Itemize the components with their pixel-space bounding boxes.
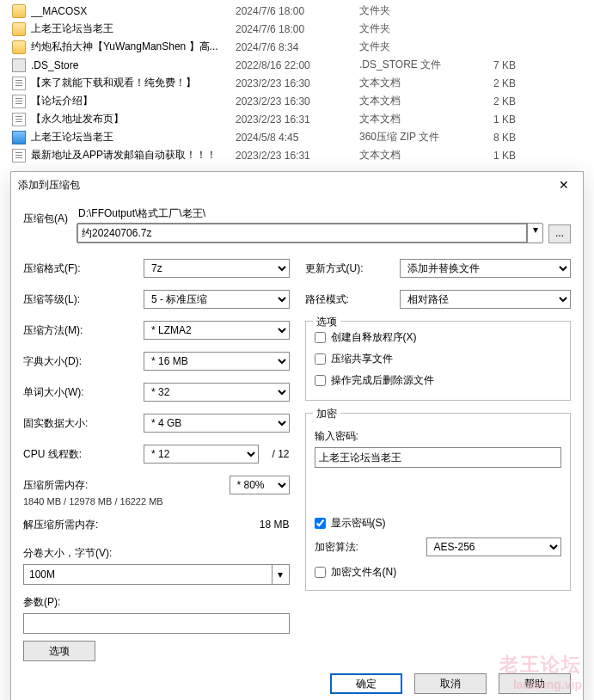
file-date: 2024/5/8 4:45 xyxy=(236,132,359,144)
file-date: 2022/8/16 22:00 xyxy=(236,59,359,71)
threads-max: / 12 xyxy=(262,448,290,460)
shared-checkbox[interactable]: 压缩共享文件 xyxy=(315,352,562,366)
dict-label: 字典大小(D): xyxy=(23,354,144,369)
method-label: 压缩方法(M): xyxy=(23,323,144,338)
file-name: 【论坛介绍】 xyxy=(31,94,236,108)
params-label: 参数(P): xyxy=(23,595,290,610)
help-button[interactable]: 帮助 xyxy=(499,673,571,694)
file-row[interactable]: .DS_Store2022/8/16 22:00.DS_STORE 文件7 KB xyxy=(0,56,594,74)
archive-dialog: 添加到压缩包 ✕ 压缩包(A) D:\FFOutput\格式工厂\老王\ ▾ .… xyxy=(10,171,584,700)
file-date: 2023/2/23 16:31 xyxy=(236,150,359,162)
threads-label: CPU 线程数: xyxy=(23,447,144,462)
file-name: 【永久地址发布页】 xyxy=(31,112,236,126)
close-icon[interactable]: ✕ xyxy=(545,173,583,197)
file-row[interactable]: __MACOSX2024/7/6 18:00文件夹 xyxy=(0,2,594,20)
txt-icon xyxy=(12,77,26,90)
encryption-group: 加密 输入密码: 显示密码(S) 加密算法:AES-256 加密文件名(N) xyxy=(305,413,572,591)
update-select[interactable]: 添加并替换文件 xyxy=(400,259,572,278)
level-label: 压缩等级(L): xyxy=(23,292,144,307)
format-label: 压缩格式(F): xyxy=(23,261,144,276)
file-name: 上老王论坛当老王 xyxy=(31,21,236,36)
word-select[interactable]: * 32 xyxy=(144,383,290,402)
solid-select[interactable]: * 4 GB xyxy=(144,414,290,433)
threads-select[interactable]: * 12 xyxy=(144,445,259,464)
volume-input[interactable] xyxy=(24,565,272,584)
file-row[interactable]: 【论坛介绍】2023/2/23 16:30文本文档2 KB xyxy=(0,92,594,110)
file-name: 约炮私拍大神【YuWangManShen 】高... xyxy=(31,40,236,54)
file-name: __MACOSX xyxy=(31,5,236,17)
file-row[interactable]: 【来了就能下载和观看！纯免费！】2023/2/23 16:30文本文档2 KB xyxy=(0,74,594,92)
password-label: 输入密码: xyxy=(315,429,562,444)
chevron-down-icon[interactable]: ▾ xyxy=(272,565,289,584)
file-list: __MACOSX2024/7/6 18:00文件夹上老王论坛当老王2024/7/… xyxy=(0,0,594,171)
level-select[interactable]: 5 - 标准压缩 xyxy=(144,290,290,309)
file-date: 2024/7/6 18:00 xyxy=(236,23,359,35)
file-row[interactable]: 约炮私拍大神【YuWangManShen 】高...2024/7/6 8:34文… xyxy=(0,38,594,56)
archive-label: 压缩包(A) xyxy=(23,206,68,226)
file-type: 360压缩 ZIP 文件 xyxy=(359,130,493,144)
txt-icon xyxy=(12,149,26,163)
file-type: .DS_STORE 文件 xyxy=(359,58,493,72)
pathmode-label: 路径模式: xyxy=(305,292,400,307)
dialog-title: 添加到压缩包 xyxy=(18,178,80,193)
txt-icon xyxy=(12,113,26,126)
file-date: 2023/2/23 16:31 xyxy=(236,114,359,126)
file-type: 文件夹 xyxy=(359,21,493,36)
params-input[interactable] xyxy=(23,613,290,634)
archive-file-input[interactable] xyxy=(77,224,527,243)
file-size: 2 KB xyxy=(493,77,545,89)
mem-d-value: 18 MB xyxy=(238,519,290,531)
file-name: 最新地址及APP请发邮箱自动获取！！！ xyxy=(31,148,236,163)
format-select[interactable]: 7z xyxy=(144,259,290,278)
pathmode-select[interactable]: 相对路径 xyxy=(400,290,572,309)
volume-label: 分卷大小，字节(V): xyxy=(23,546,290,561)
file-type: 文本文档 xyxy=(359,94,493,108)
password-input[interactable] xyxy=(315,447,562,468)
file-row[interactable]: 上老王论坛当老王2024/7/6 18:00文件夹 xyxy=(0,20,594,38)
file-type: 文本文档 xyxy=(359,148,493,163)
show-password-checkbox[interactable]: 显示密码(S) xyxy=(315,516,562,531)
file-size: 1 KB xyxy=(493,150,545,162)
file-type: 文本文档 xyxy=(359,112,493,126)
file-size: 7 KB xyxy=(493,59,545,71)
folder-icon xyxy=(12,4,26,18)
file-date: 2024/7/6 18:00 xyxy=(236,5,359,17)
mem-c-label: 压缩所需内存: xyxy=(23,478,230,493)
mem-c-note: 1840 MB / 12978 MB / 16222 MB xyxy=(23,496,290,507)
file-date: 2023/2/23 16:30 xyxy=(236,95,359,107)
chevron-down-icon[interactable]: ▾ xyxy=(527,224,542,243)
file-type: 文本文档 xyxy=(359,76,493,90)
algo-select[interactable]: AES-256 xyxy=(426,537,562,556)
algo-label: 加密算法: xyxy=(315,540,426,555)
cancel-button[interactable]: 取消 xyxy=(414,673,487,694)
file-size: 1 KB xyxy=(493,114,545,126)
mem-d-label: 解压缩所需内存: xyxy=(23,518,238,532)
method-select[interactable]: * LZMA2 xyxy=(144,321,290,340)
ok-button[interactable]: 确定 xyxy=(330,673,402,694)
browse-button[interactable]: ... xyxy=(548,224,571,243)
file-type: 文件夹 xyxy=(359,3,493,18)
store-icon xyxy=(12,58,26,72)
dict-select[interactable]: * 16 MB xyxy=(144,352,290,371)
options-button[interactable]: 选项 xyxy=(23,641,95,661)
file-name: .DS_Store xyxy=(31,59,236,71)
file-date: 2023/2/23 16:30 xyxy=(236,77,359,89)
word-label: 单词大小(W): xyxy=(23,385,144,400)
file-size: 8 KB xyxy=(493,132,545,144)
zip-icon xyxy=(12,131,26,144)
folder-icon xyxy=(12,22,26,36)
sfx-checkbox[interactable]: 创建自释放程序(X) xyxy=(315,330,562,345)
mem-pct-select[interactable]: * 80% xyxy=(230,476,290,494)
file-row[interactable]: 最新地址及APP请发邮箱自动获取！！！2023/2/23 16:31文本文档1 … xyxy=(0,146,594,164)
file-date: 2024/7/6 8:34 xyxy=(236,41,359,53)
file-type: 文件夹 xyxy=(359,40,493,54)
delete-after-checkbox[interactable]: 操作完成后删除源文件 xyxy=(315,373,562,388)
file-name: 上老王论坛当老王 xyxy=(31,130,236,144)
file-row[interactable]: 上老王论坛当老王2024/5/8 4:45360压缩 ZIP 文件8 KB xyxy=(0,128,594,146)
encrypt-names-checkbox[interactable]: 加密文件名(N) xyxy=(315,565,562,580)
update-label: 更新方式(U): xyxy=(305,261,400,276)
options-group: 选项 创建自释放程序(X) 压缩共享文件 操作完成后删除源文件 xyxy=(305,321,572,401)
options-group-title: 选项 xyxy=(313,315,340,329)
archive-path: D:\FFOutput\格式工厂\老王\ xyxy=(77,206,543,223)
file-row[interactable]: 【永久地址发布页】2023/2/23 16:31文本文档1 KB xyxy=(0,110,594,128)
